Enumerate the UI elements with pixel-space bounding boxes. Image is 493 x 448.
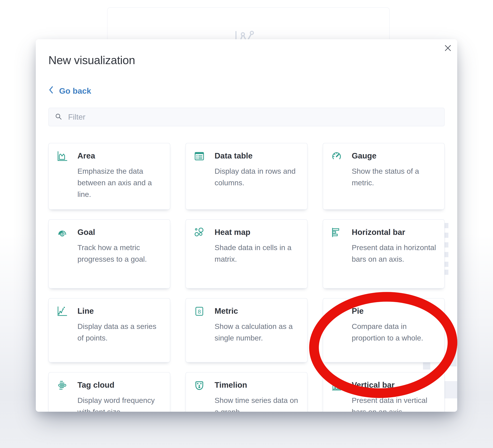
horizontal-bar-icon: [331, 227, 342, 238]
svg-text:8: 8: [198, 309, 201, 315]
card-title: Area: [78, 150, 163, 161]
card-body: Area Emphasize the data between an axis …: [78, 150, 163, 200]
card-description: Emphasize the data between an axis and a…: [78, 165, 163, 200]
card-title: Metric: [214, 305, 301, 316]
card-description: Display data in rows and columns.: [214, 165, 301, 189]
card-description: Show time series data on a graph.: [214, 395, 301, 412]
card-description: Show a calculation as a single number.: [214, 321, 301, 344]
card-description: Display word frequency with font size.: [78, 395, 163, 412]
card-body: Data table Display data in rows and colu…: [214, 150, 301, 189]
card-description: Show the status of a metric.: [352, 165, 438, 189]
card-title: Line: [78, 305, 163, 316]
card-title: Gauge: [352, 150, 438, 161]
card-body: Line Display data as a series of points.: [78, 305, 163, 344]
vertical-bar-icon: [331, 379, 342, 391]
area-chart-icon: [56, 150, 68, 162]
card-title: Vertical bar: [352, 379, 438, 391]
vis-type-card-gauge[interactable]: Gauge Show the status of a metric.: [323, 143, 445, 210]
card-body: Horizontal bar Present data in horizonta…: [352, 227, 438, 265]
vis-type-card-area[interactable]: Area Emphasize the data between an axis …: [48, 143, 170, 210]
card-description: Shade data in cells in a matrix.: [214, 242, 301, 265]
card-body: Heat map Shade data in cells in a matrix…: [214, 227, 301, 265]
heat-map-icon: [193, 227, 205, 238]
card-title: Data table: [214, 150, 301, 161]
card-body: Timelion Show time series data on a grap…: [214, 379, 301, 412]
tag-cloud-icon: [56, 379, 68, 391]
goal-icon: 8: [56, 227, 68, 238]
close-icon: [443, 44, 452, 53]
card-title: Tag cloud: [78, 379, 163, 391]
vis-type-card-data-table[interactable]: Data table Display data in rows and colu…: [185, 143, 307, 210]
vis-type-card-heat-map[interactable]: Heat map Shade data in cells in a matrix…: [185, 219, 307, 289]
vis-type-card-line[interactable]: Line Display data as a series of points.: [48, 298, 170, 362]
vis-type-card-goal[interactable]: 8 Goal Track how a metric progresses to …: [48, 219, 170, 289]
metric-icon: 8: [193, 305, 205, 317]
card-body: Metric Show a calculation as a single nu…: [214, 305, 301, 344]
vis-type-card-metric[interactable]: 8 Metric Show a calculation as a single …: [185, 298, 307, 362]
data-table-icon: [193, 150, 205, 162]
new-visualization-modal: New visualization Go back: [36, 39, 457, 412]
vis-type-card-horizontal-bar[interactable]: Horizontal bar Present data in horizonta…: [323, 219, 445, 289]
card-body: Gauge Show the status of a metric.: [352, 150, 438, 189]
vis-type-card-tag-cloud[interactable]: Tag cloud Display word frequency with fo…: [48, 372, 170, 412]
vis-type-card-timelion[interactable]: Timelion Show time series data on a grap…: [185, 372, 307, 412]
pie-chart-icon: [331, 305, 342, 317]
card-description: Track how a metric progresses to a goal.: [78, 242, 163, 265]
card-title: Horizontal bar: [352, 227, 438, 238]
card-body: Goal Track how a metric progresses to a …: [78, 227, 163, 265]
close-button[interactable]: [443, 43, 453, 53]
visualization-type-grid: Area Emphasize the data between an axis …: [48, 143, 445, 412]
card-title: Goal: [78, 227, 163, 238]
gauge-icon: [331, 150, 342, 162]
card-description: Present data in horizontal bars on an ax…: [352, 242, 438, 265]
vis-type-card-vertical-bar[interactable]: Vertical bar Present data in vertical ba…: [323, 372, 445, 412]
svg-text:8: 8: [61, 232, 63, 236]
card-title: Timelion: [214, 379, 301, 391]
card-description: Compare data in proportion to a whole.: [352, 321, 438, 344]
card-body: Pie Compare data in proportion to a whol…: [352, 305, 438, 344]
card-title: Pie: [352, 305, 438, 316]
card-body: Vertical bar Present data in vertical ba…: [352, 379, 438, 412]
card-body: Tag cloud Display word frequency with fo…: [78, 379, 163, 412]
vis-type-card-pie[interactable]: Pie Compare data in proportion to a whol…: [323, 298, 445, 362]
card-description: Display data as a series of points.: [78, 321, 163, 344]
timelion-icon: [193, 379, 205, 391]
card-title: Heat map: [214, 227, 301, 238]
line-chart-icon: [56, 305, 68, 317]
card-description: Present data in vertical bars on an axis…: [352, 395, 438, 412]
